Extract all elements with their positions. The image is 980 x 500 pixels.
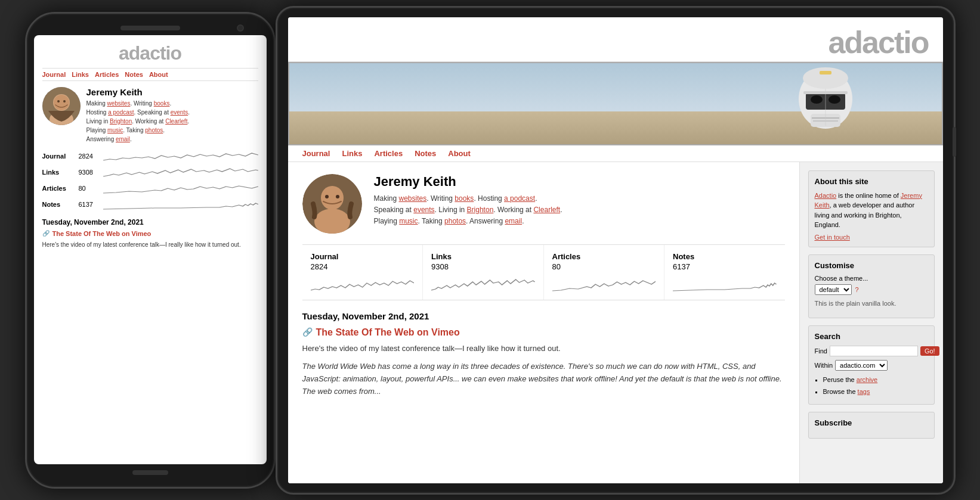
tablet-logo: adactio <box>302 27 929 58</box>
sidebar-about-title: About this site <box>815 177 928 186</box>
phone-stat-notes: Notes 6137 <box>42 198 258 211</box>
tablet-nav-articles[interactable]: Articles <box>374 149 403 158</box>
tablet-body: Jeremy Keith Making websites. Writing bo… <box>288 162 943 483</box>
tablet-profile-name: Jeremy Keith <box>374 174 562 190</box>
phone-bio-brighton[interactable]: Brighton <box>110 118 132 125</box>
tablet-bio-photos[interactable]: photos <box>444 217 466 225</box>
tablet-bio-events[interactable]: events <box>413 206 434 214</box>
tablet-device: adactio <box>276 6 956 495</box>
sidebar-within-label: Within <box>815 362 833 369</box>
sidebar-archive-item: Peruse the archive <box>823 374 928 386</box>
tablet-sparkline-journal <box>311 275 415 293</box>
sidebar-customise-title: Customise <box>815 261 928 270</box>
tablet-bio-books[interactable]: books <box>455 194 474 203</box>
sidebar-search-find-label: Find <box>815 347 827 355</box>
tablet-stat-articles: Articles 80 <box>544 245 665 300</box>
tablet-screen: adactio <box>288 17 943 483</box>
phone-nav-links[interactable]: Links <box>72 71 89 78</box>
sidebar-search-section: Search Find Go! Within adactio.com Perus… <box>808 325 935 405</box>
sidebar-theme-question[interactable]: ? <box>855 286 859 293</box>
svg-point-5 <box>63 100 66 103</box>
sidebar-within-row: Within adactio.com <box>815 360 928 371</box>
sidebar-theme-desc: This is the plain vanilla look. <box>815 299 928 309</box>
sidebar-about-section: About this site Adactio is the online ho… <box>808 170 935 247</box>
phone-bio-music[interactable]: music <box>107 127 123 133</box>
tablet-bio-podcast[interactable]: a podcast <box>504 194 535 203</box>
tablet-nav-notes[interactable]: Notes <box>415 149 436 158</box>
sidebar-adactio-link[interactable]: Adactio <box>815 192 837 199</box>
phone-nav-notes[interactable]: Notes <box>125 71 143 78</box>
tablet-nav: Journal Links Articles Notes About <box>288 145 943 162</box>
phone-nav-articles[interactable]: Articles <box>95 71 119 78</box>
phone-link-icon: 🔗 <box>42 230 50 237</box>
svg-rect-15 <box>803 91 848 94</box>
tablet-sparkline-notes <box>673 275 777 293</box>
phone-device: adactio Journal Links Articles Notes Abo… <box>25 12 276 489</box>
phone-bio-books[interactable]: books <box>154 100 170 107</box>
sidebar-within-select[interactable]: adactio.com <box>835 360 888 371</box>
tablet-hero-image <box>288 62 943 145</box>
phone-stat-journal: Journal 2824 <box>42 150 258 163</box>
tablet-nav-journal[interactable]: Journal <box>302 149 330 158</box>
phone-nav-about[interactable]: About <box>149 71 168 78</box>
phone-stat-articles: Articles 80 <box>42 182 258 195</box>
tablet-date-heading: Tuesday, November 2nd, 2021 <box>302 311 785 321</box>
sidebar-search-list: Peruse the archive Browse the tags <box>815 374 928 398</box>
tablet-post-title-row: 🔗 The State Of The Web on Vimeo <box>302 327 785 338</box>
svg-point-22 <box>336 195 339 198</box>
tablet-sparkline-articles <box>552 275 656 293</box>
tablet-nav-about[interactable]: About <box>448 149 471 158</box>
sidebar-archive-link[interactable]: archive <box>857 376 877 383</box>
svg-point-8 <box>811 95 823 104</box>
svg-point-21 <box>325 195 329 198</box>
tablet-profile-info: Jeremy Keith Making websites. Writing bo… <box>374 174 562 228</box>
phone-stat-links: Links 9308 <box>42 166 258 179</box>
phone-sparkline-links <box>103 166 258 179</box>
tablet-bio-clearleft[interactable]: Clearleft <box>533 206 560 214</box>
sidebar-tags-link[interactable]: tags <box>858 388 870 395</box>
sidebar-search-input[interactable] <box>830 346 918 356</box>
tablet-nav-links[interactable]: Links <box>342 149 362 158</box>
tablet-main: Jeremy Keith Making websites. Writing bo… <box>288 162 800 483</box>
sidebar-subscribe-title: Subscribe <box>815 418 928 427</box>
sidebar-theme-select[interactable]: default <box>815 284 852 295</box>
sidebar-theme-label: Choose a theme... <box>815 275 928 282</box>
tablet-bio-music[interactable]: music <box>399 217 418 225</box>
phone-bio-websites[interactable]: websites <box>107 100 131 107</box>
phone-bio-clearleft[interactable]: Clearleft <box>165 118 187 125</box>
phone-sparkline-journal <box>103 150 258 163</box>
sidebar-get-in-touch-link[interactable]: Get in touch <box>815 234 928 241</box>
tablet-post-title-link[interactable]: The State Of The Web on Vimeo <box>316 327 460 338</box>
tablet-post-quote: The World Wide Web has come a long way i… <box>302 361 785 397</box>
phone-bio-podcast[interactable]: a podcast <box>108 109 134 116</box>
tablet-stats: Journal 2824 Links 9308 <box>302 244 785 300</box>
svg-point-20 <box>314 209 350 234</box>
tablet-bio-brighton[interactable]: Brighton <box>467 206 494 214</box>
tablet-stat-notes: Notes 6137 <box>664 245 785 300</box>
phone-bio-events[interactable]: events <box>171 109 188 116</box>
phone-bio-photos[interactable]: photos <box>145 127 163 133</box>
phone-nav-journal[interactable]: Journal <box>42 71 66 78</box>
tablet-link-icon: 🔗 <box>302 327 313 337</box>
phone-bio-email[interactable]: email <box>116 136 130 142</box>
phone-home-button[interactable] <box>132 470 168 475</box>
tablet-bio-email[interactable]: email <box>505 217 522 225</box>
phone-post-excerpt: Here's the video of my latest conference… <box>42 240 258 249</box>
hero-stormtrooper-icon <box>787 66 864 142</box>
tablet-profile-row: Jeremy Keith Making websites. Writing bo… <box>302 174 785 234</box>
sidebar-customise-section: Customise Choose a theme... default ? Th… <box>808 254 935 319</box>
phone-date-heading: Tuesday, November 2nd, 2021 <box>42 218 258 226</box>
svg-point-3 <box>54 95 69 110</box>
sidebar-search-button[interactable]: Go! <box>920 346 939 356</box>
svg-point-9 <box>828 95 840 104</box>
phone-profile-row: Jeremy Keith Making websites. Writing bo… <box>42 87 258 144</box>
phone-camera <box>237 24 244 32</box>
tablet-bio-websites[interactable]: websites <box>399 194 427 203</box>
tablet-stat-journal: Journal 2824 <box>302 245 423 300</box>
phone-profile-info: Jeremy Keith Making websites. Writing bo… <box>86 87 190 144</box>
phone-logo: adactio <box>42 42 258 64</box>
phone-post-title-link[interactable]: The State Of The Web on Vimeo <box>52 230 152 237</box>
sidebar-search-row: Find Go! <box>815 346 928 356</box>
tablet-header: adactio <box>288 17 943 62</box>
phone-sparkline-articles <box>103 182 258 195</box>
